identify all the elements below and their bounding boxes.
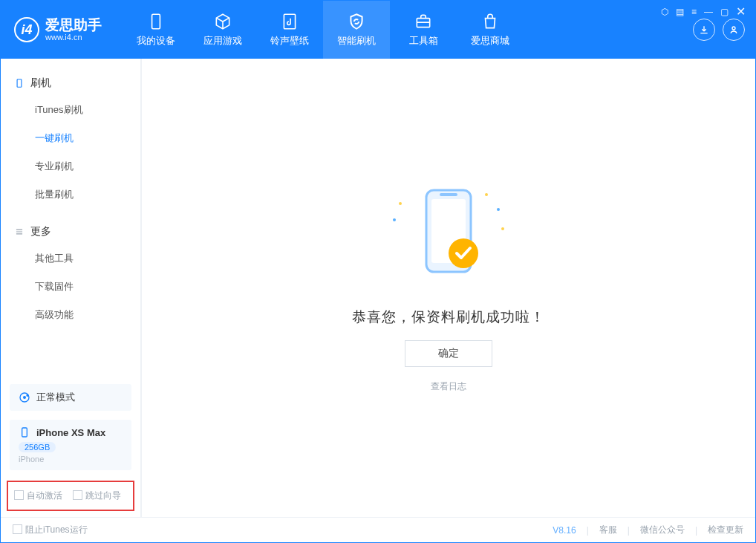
- app-site: www.i4.cn: [45, 33, 102, 42]
- bag-icon: [480, 12, 500, 31]
- shield-refresh-icon: [347, 12, 366, 31]
- main-tabs: 我的设备 应用游戏 铃声壁纸 智能刷机 工具箱 爱思商城: [123, 1, 524, 59]
- main-content: 恭喜您，保资料刷机成功啦！ 确定 查看日志: [142, 59, 755, 517]
- logo-icon: i4: [14, 17, 39, 42]
- svg-point-6: [24, 397, 26, 399]
- app-body: 刷机 iTunes刷机 一键刷机 专业刷机 批量刷机 更多 其他工具 下载固件 …: [1, 59, 755, 517]
- device-type: iPhone: [19, 455, 44, 464]
- device-capacity: 256GB: [19, 442, 56, 452]
- svg-rect-1: [284, 14, 295, 29]
- maximize-button[interactable]: ▢: [720, 7, 729, 17]
- tab-toolbox[interactable]: 工具箱: [390, 1, 457, 59]
- support-link[interactable]: 客服: [599, 524, 617, 536]
- device-mode-label: 正常模式: [36, 391, 75, 404]
- svg-rect-4: [17, 79, 22, 88]
- tab-store[interactable]: 爱思商城: [457, 1, 524, 59]
- tshirt-icon[interactable]: ⬡: [661, 7, 668, 17]
- tab-media[interactable]: 铃声壁纸: [256, 1, 323, 59]
- user-button[interactable]: [723, 19, 745, 41]
- sidebar-header-label: 更多: [30, 225, 51, 238]
- app-name: 爱思助手: [45, 18, 102, 32]
- tab-my-device[interactable]: 我的设备: [123, 1, 189, 59]
- sidebar-header-label: 刷机: [30, 77, 51, 90]
- check-update-link[interactable]: 检查更新: [708, 524, 743, 536]
- wechat-link[interactable]: 微信公众号: [640, 524, 685, 536]
- sidebar-list: 刷机 iTunes刷机 一键刷机 专业刷机 批量刷机 更多 其他工具 下载固件 …: [1, 59, 140, 380]
- menu-icon[interactable]: ≡: [691, 7, 697, 17]
- tab-label: 应用游戏: [203, 34, 242, 48]
- svg-rect-0: [152, 14, 160, 29]
- user-icon: [728, 24, 740, 36]
- checkbox-icon: [73, 490, 82, 500]
- svg-rect-8: [22, 428, 27, 437]
- tab-label: 智能刷机: [337, 34, 376, 48]
- tab-label: 爱思商城: [471, 34, 509, 48]
- tab-flash[interactable]: 智能刷机: [323, 1, 390, 59]
- sidebar-item-oneclick[interactable]: 一键刷机: [1, 124, 140, 152]
- window-controls: ⬡ ▤ ≡ — ▢ ✕: [661, 4, 746, 19]
- checkbox-block-itunes[interactable]: 阻止iTunes运行: [13, 524, 88, 536]
- sidebar-item-advanced[interactable]: 高级功能: [1, 301, 140, 329]
- version-label: V8.16: [553, 525, 576, 536]
- tab-label: 我的设备: [137, 34, 175, 48]
- device-icon: [14, 78, 25, 88]
- checkbox-auto-activate[interactable]: 自动激活: [14, 490, 62, 502]
- minimize-button[interactable]: —: [704, 7, 713, 17]
- checkbox-label: 阻止iTunes运行: [25, 524, 88, 535]
- status-bar: 阻止iTunes运行 V8.16 | 客服 | 微信公众号 | 检查更新: [1, 517, 755, 542]
- success-message: 恭喜您，保资料刷机成功啦！: [352, 308, 545, 327]
- music-file-icon: [280, 12, 299, 31]
- sidebar-item-itunes[interactable]: iTunes刷机: [1, 96, 140, 124]
- app-header: i4 爱思助手 www.i4.cn 我的设备 应用游戏 铃声壁纸 智能刷机 工具…: [1, 1, 755, 59]
- close-button[interactable]: ✕: [736, 4, 746, 19]
- device-mode-card[interactable]: 正常模式: [10, 384, 131, 411]
- notepad-icon[interactable]: ▤: [676, 7, 684, 17]
- cube-icon: [213, 12, 232, 31]
- svg-point-3: [732, 27, 735, 30]
- phone-success-icon: [393, 183, 504, 294]
- success-illustration: [393, 183, 504, 294]
- device-info-card[interactable]: iPhone XS Max 256GB iPhone: [10, 420, 131, 470]
- mode-icon: [19, 391, 30, 403]
- view-log-link[interactable]: 查看日志: [431, 380, 466, 393]
- checkbox-label: 跳过向导: [85, 490, 121, 501]
- sidebar-header-more: 更多: [1, 219, 140, 244]
- checkbox-skip-guide[interactable]: 跳过向导: [73, 490, 121, 502]
- briefcase-icon: [414, 12, 433, 31]
- tab-label: 工具箱: [409, 34, 438, 48]
- list-icon: [14, 227, 25, 237]
- sidebar-item-pro[interactable]: 专业刷机: [1, 152, 140, 181]
- download-icon: [698, 24, 710, 36]
- sidebar-header-flash: 刷机: [1, 71, 140, 96]
- sidebar-item-other[interactable]: 其他工具: [1, 244, 140, 273]
- phone-icon: [146, 12, 166, 31]
- ok-button[interactable]: 确定: [405, 340, 492, 367]
- sidebar-item-firmware[interactable]: 下载固件: [1, 273, 140, 301]
- download-button[interactable]: [693, 19, 715, 41]
- tab-apps[interactable]: 应用游戏: [189, 1, 256, 59]
- device-name: iPhone XS Max: [36, 427, 105, 438]
- sidebar-item-batch[interactable]: 批量刷机: [1, 181, 140, 209]
- options-highlight-box: 自动激活 跳过向导: [7, 481, 134, 511]
- svg-rect-11: [440, 193, 457, 196]
- svg-point-7: [27, 394, 28, 396]
- checkbox-icon: [14, 490, 24, 500]
- sidebar: 刷机 iTunes刷机 一键刷机 专业刷机 批量刷机 更多 其他工具 下载固件 …: [1, 59, 142, 517]
- header-right: [693, 19, 745, 41]
- tab-label: 铃声壁纸: [270, 34, 309, 48]
- phone-small-icon: [19, 426, 30, 438]
- app-logo: i4 爱思助手 www.i4.cn: [14, 17, 102, 42]
- checkbox-label: 自动激活: [27, 490, 62, 501]
- checkbox-icon: [13, 524, 22, 534]
